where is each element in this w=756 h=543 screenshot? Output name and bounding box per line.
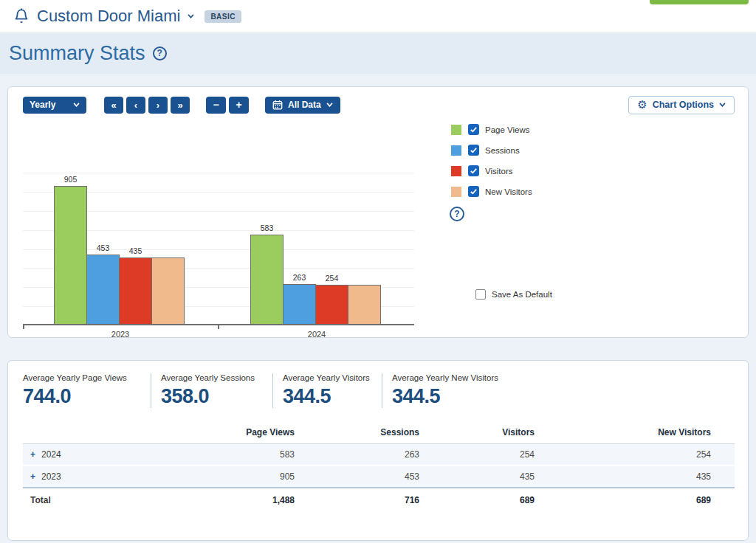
visitors-swatch [451,166,461,176]
new-visitors-swatch [451,187,461,197]
stat-card-page-views: Average Yearly Page Views 744.0 [23,373,151,408]
legend-item-sessions: Sessions [451,145,643,156]
bar-group-2023: 905453435 [54,186,184,324]
bar-value-label: 435 [129,246,142,255]
gridline [23,173,414,173]
axis-tick [218,325,219,329]
stat-value: 744.0 [23,385,140,408]
visitors-checkbox[interactable] [468,165,479,176]
bar-sessions-2024: 263 [283,284,316,324]
table-header-row: Page Views Sessions Visitors New Visitor… [23,423,735,444]
stat-card-visitors: Average Yearly Visitors 344.5 [272,373,382,408]
page-heading-band: Summary Stats ? [0,32,756,74]
cell-2024-sessions: 263 [295,444,419,466]
zoom-out-button[interactable]: − [206,97,226,114]
bar-sessions-2023: 453 [86,255,120,324]
column-header-visitors: Visitors [419,423,535,444]
bar-page-views-2023: 905 [54,186,87,324]
new-visitors-checkbox[interactable] [468,186,479,197]
bar-value-label: 905 [64,175,78,184]
row-label-2024: 2024 [41,449,61,460]
page-views-swatch [451,125,461,135]
plan-badge: BASIC [205,10,241,23]
total-label: Total [23,488,148,511]
table-row-2023: +2023 905 453 435 435 [23,466,735,488]
bar-page-views-2024: 583 [250,235,284,324]
cell-total-visitors: 689 [419,488,535,511]
page-help-icon[interactable]: ? [153,46,167,60]
nav-prev-button[interactable]: ‹ [126,97,145,114]
row-label-2023: 2023 [41,471,61,482]
stat-card-new-visitors: Average Yearly New Visitors 344.5 [382,373,509,408]
green-action-button[interactable] [650,0,749,4]
table-row-total: Total 1,488 716 689 689 [23,488,735,511]
table-row-2024: +2024 583 263 254 254 [23,444,735,466]
bar-new-visitors-2024 [348,285,381,324]
save-as-default-label: Save As Default [492,290,552,299]
chart-panel: Yearly « ‹ › » − + All Dat [7,86,749,338]
stat-value: 344.5 [283,385,371,408]
chart-options-button[interactable]: ⚙ Chart Options [628,96,735,114]
expand-2024-icon[interactable]: + [30,449,35,460]
period-nav-group: « ‹ › » [104,97,190,114]
stat-value: 358.0 [161,385,262,408]
calendar-icon [272,100,283,110]
bar-value-label: 453 [97,243,110,252]
legend-label: Sessions [485,146,520,155]
stat-card-sessions: Average Yearly Sessions 358.0 [151,373,272,408]
expand-2023-icon[interactable]: + [30,471,35,482]
cell-2024-visitors: 254 [419,444,535,466]
x-axis-label-2023: 2023 [111,330,129,339]
cell-2023-sessions: 453 [295,466,419,488]
gear-icon: ⚙ [637,100,647,111]
sessions-checkbox[interactable] [468,145,479,156]
cell-total-new-visitors: 689 [535,488,735,511]
cell-total-sessions: 716 [295,488,419,511]
column-header-new-visitors: New Visitors [535,423,735,444]
chart-options-chevron-down-icon [719,103,726,107]
zoom-in-button[interactable]: + [229,97,249,114]
account-chevron-down-icon[interactable] [188,14,194,18]
zoom-group: − + [206,97,249,114]
chart-toolbar: Yearly « ‹ › » − + All Dat [8,87,748,114]
column-header-page-views: Page Views [148,423,295,444]
date-range-chevron-down-icon [326,103,333,107]
date-range-button[interactable]: All Data [265,97,340,114]
axis-tick [23,325,24,329]
account-title[interactable]: Custom Door Miami [37,7,180,26]
page-title: Summary Stats [9,42,145,65]
bar-new-visitors-2023 [151,257,185,324]
stat-value: 344.5 [392,385,498,408]
page-views-checkbox[interactable] [468,124,479,135]
date-range-value: All Data [288,100,321,110]
bar-group-2024: 583263254 [250,235,380,324]
period-select-value: Yearly [30,100,55,110]
cell-total-page-views: 1,488 [148,488,295,511]
summary-cards: Average Yearly Page Views 744.0 Average … [8,361,748,408]
x-axis-label-2024: 2024 [308,330,326,339]
bar-visitors-2024: 254 [315,285,348,324]
chart-options-label: Chart Options [653,100,714,110]
legend-label: Page Views [485,125,530,134]
legend-label: Visitors [485,167,513,176]
bell-icon[interactable] [13,7,30,25]
stat-label: Average Yearly New Visitors [392,373,498,382]
legend-help-wrap: ? [450,207,643,221]
nav-next-button[interactable]: › [148,97,168,114]
stat-label: Average Yearly Sessions [161,373,262,382]
bar-chart-plot: 90545343520235832632542024 [23,173,414,325]
save-as-default-checkbox[interactable] [475,289,486,300]
cell-2024-new-visitors: 254 [535,444,735,466]
nav-first-button[interactable]: « [104,97,123,114]
period-select[interactable]: Yearly [23,97,86,114]
cell-2024-page-views: 583 [148,444,295,466]
column-header-sessions: Sessions [295,423,419,444]
legend-help-icon[interactable]: ? [450,207,464,221]
bar-value-label: 263 [293,273,306,282]
stats-panel: Average Yearly Page Views 744.0 Average … [7,360,749,541]
sessions-swatch [451,145,461,156]
stat-label: Average Yearly Visitors [283,373,371,382]
chart-row: 90545343520235832632542024 Page Views Se… [8,117,748,323]
save-as-default: Save As Default [475,289,552,300]
nav-last-button[interactable]: » [171,97,190,114]
